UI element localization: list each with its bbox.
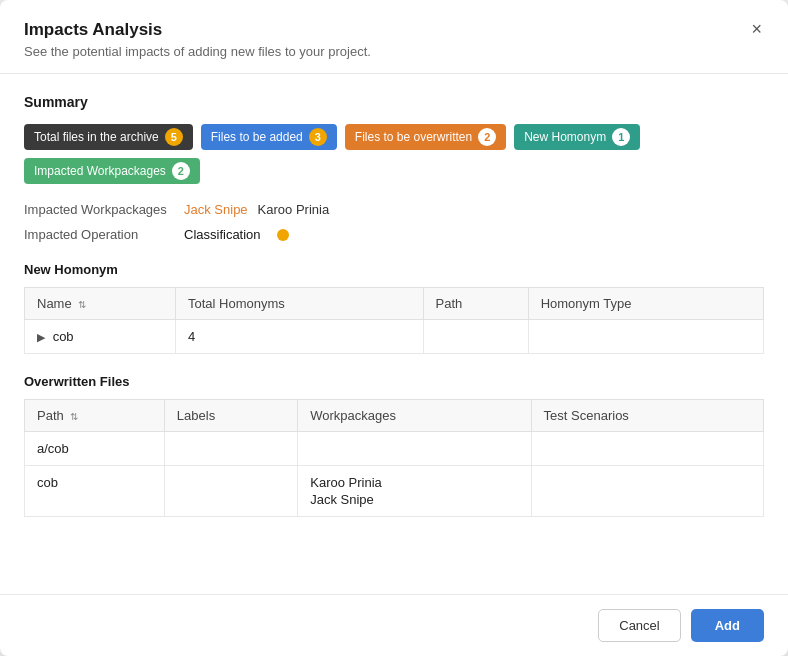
impacts-analysis-dialog: Impacts Analysis See the potential impac… <box>0 0 788 656</box>
homonym-name-text: cob <box>53 329 74 344</box>
overwritten-labels-acob <box>164 432 297 466</box>
operation-status-dot <box>277 229 289 241</box>
impacted-operation-value: Classification <box>184 227 289 242</box>
homonym-row-type <box>528 320 763 354</box>
overwritten-path-acob: a/cob <box>25 432 165 466</box>
homonym-table-header-row: Name ⇅ Total Homonyms Path Homonym Type <box>25 288 764 320</box>
badges-row: Total files in the archive 5 Files to be… <box>24 124 764 184</box>
overwritten-table-header-row: Path ⇅ Labels Workpackages Test Scenario… <box>25 400 764 432</box>
workpackages-list: Karoo Prinia Jack Snipe <box>310 475 518 507</box>
name-sort-icon[interactable]: ⇅ <box>78 299 86 310</box>
add-button[interactable]: Add <box>691 609 764 642</box>
homonym-section-title: New Homonym <box>24 262 764 277</box>
badge-files-overwritten-label: Files to be overwritten <box>355 130 472 144</box>
expand-button[interactable]: ▶ <box>37 331 45 344</box>
overwritten-path-cob: cob <box>25 466 165 517</box>
impacted-workpackages-value: Jack Snipe Karoo Prinia <box>184 202 329 217</box>
overwritten-col-labels: Labels <box>164 400 297 432</box>
path-sort-icon[interactable]: ⇅ <box>70 411 78 422</box>
dialog-title: Impacts Analysis <box>24 20 764 40</box>
badge-new-homonym-count: 1 <box>612 128 630 146</box>
impacted-operation-row: Impacted Operation Classification <box>24 227 764 242</box>
badge-files-added-count: 3 <box>309 128 327 146</box>
overwritten-section-title: Overwritten Files <box>24 374 764 389</box>
overwritten-section: Overwritten Files Path ⇅ Labels Workpack… <box>24 374 764 517</box>
impacted-workpackages-row: Impacted Workpackages Jack Snipe Karoo P… <box>24 202 764 217</box>
cancel-button[interactable]: Cancel <box>598 609 680 642</box>
workpackage-karoo-prinia[interactable]: Karoo Prinia <box>258 202 330 217</box>
overwritten-col-path: Path ⇅ <box>25 400 165 432</box>
dialog-footer: Cancel Add <box>0 594 788 656</box>
impacted-operation-label: Impacted Operation <box>24 227 184 242</box>
badge-new-homonym: New Homonym 1 <box>514 124 640 150</box>
overwritten-labels-cob <box>164 466 297 517</box>
overwritten-workpackages-cob: Karoo Prinia Jack Snipe <box>298 466 531 517</box>
workpackage-item: Karoo Prinia <box>310 475 518 490</box>
homonym-table: Name ⇅ Total Homonyms Path Homonym Type … <box>24 287 764 354</box>
close-button[interactable]: × <box>745 18 768 40</box>
table-row: a/cob <box>25 432 764 466</box>
workpackage-jack-snipe[interactable]: Jack Snipe <box>184 202 248 217</box>
table-row: cob Karoo Prinia Jack Snipe <box>25 466 764 517</box>
homonym-col-type: Homonym Type <box>528 288 763 320</box>
dialog-body: Summary Total files in the archive 5 Fil… <box>0 74 788 594</box>
badge-files-overwritten-count: 2 <box>478 128 496 146</box>
badge-total-files: Total files in the archive 5 <box>24 124 193 150</box>
workpackage-item: Jack Snipe <box>310 492 518 507</box>
badge-files-overwritten: Files to be overwritten 2 <box>345 124 506 150</box>
summary-section-title: Summary <box>24 94 764 110</box>
impacted-workpackages-row-label: Impacted Workpackages <box>24 202 184 217</box>
badge-files-added-label: Files to be added <box>211 130 303 144</box>
homonym-col-total: Total Homonyms <box>175 288 423 320</box>
homonym-row-path <box>423 320 528 354</box>
table-row: ▶ cob 4 <box>25 320 764 354</box>
overwritten-col-workpackages: Workpackages <box>298 400 531 432</box>
homonym-section: New Homonym Name ⇅ Total Homonyms Path H… <box>24 262 764 354</box>
overwritten-test-acob <box>531 432 763 466</box>
dialog-header: Impacts Analysis See the potential impac… <box>0 0 788 74</box>
overwritten-table: Path ⇅ Labels Workpackages Test Scenario… <box>24 399 764 517</box>
overwritten-workpackages-acob <box>298 432 531 466</box>
overwritten-test-cob <box>531 466 763 517</box>
overwritten-col-test-scenarios: Test Scenarios <box>531 400 763 432</box>
dialog-subtitle: See the potential impacts of adding new … <box>24 44 764 59</box>
badge-files-added: Files to be added 3 <box>201 124 337 150</box>
homonym-row-total: 4 <box>175 320 423 354</box>
badge-impacted-workpackages: Impacted Workpackages 2 <box>24 158 200 184</box>
impacted-operation-text: Classification <box>184 227 261 242</box>
homonym-row-name: ▶ cob <box>25 320 176 354</box>
badge-total-files-label: Total files in the archive <box>34 130 159 144</box>
badge-impacted-workpackages-count: 2 <box>172 162 190 180</box>
homonym-col-name: Name ⇅ <box>25 288 176 320</box>
badge-total-files-count: 5 <box>165 128 183 146</box>
homonym-col-path: Path <box>423 288 528 320</box>
badge-new-homonym-label: New Homonym <box>524 130 606 144</box>
badge-impacted-workpackages-label: Impacted Workpackages <box>34 164 166 178</box>
